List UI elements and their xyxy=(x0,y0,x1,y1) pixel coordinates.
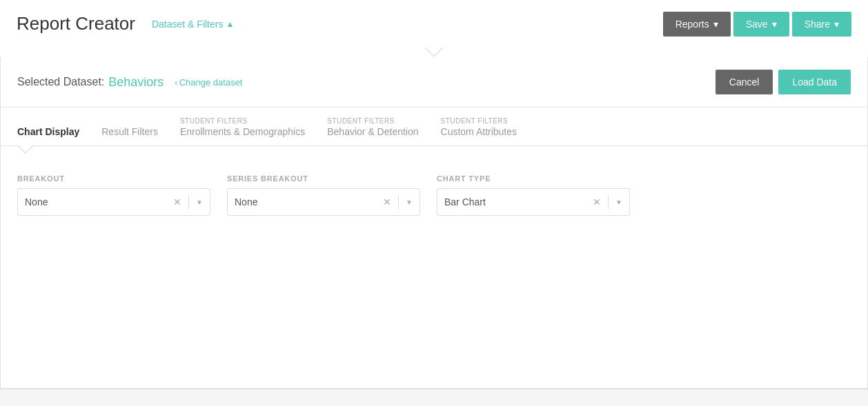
breakout-select[interactable]: None ✕ ▼ xyxy=(17,188,210,216)
series-breakout-value: None xyxy=(235,196,383,207)
chart-type-field-group: CHART TYPE Bar Chart ✕ ▼ xyxy=(437,174,630,216)
header-chevron-indicator xyxy=(424,48,444,57)
breakout-value: None xyxy=(25,196,173,207)
series-breakout-divider xyxy=(398,195,399,209)
dataset-filters-label: Dataset & Filters xyxy=(152,19,223,30)
breakout-clear-icon[interactable]: ✕ xyxy=(173,196,181,207)
top-header: Report Creator Dataset & Filters ▲ Repor… xyxy=(0,0,868,48)
dataset-name: Behaviors xyxy=(108,75,164,90)
tab-enrollments-label: Enrollments & Demographics xyxy=(180,126,305,137)
tab-chart-display-superlabel xyxy=(17,117,19,125)
tab-result-filters[interactable]: Result Filters xyxy=(101,108,175,145)
chart-type-label: CHART TYPE xyxy=(437,174,630,183)
change-dataset-chevron: ‹ xyxy=(175,77,177,88)
app-title: Report Creator xyxy=(17,13,135,34)
header-actions: Reports ▾ Save ▾ Share ▾ xyxy=(663,12,851,37)
main-panel: Selected Dataset: Behaviors ‹ Change dat… xyxy=(0,57,868,389)
breakout-label: BREAKOUT xyxy=(17,174,210,183)
series-breakout-arrow-icon[interactable]: ▼ xyxy=(406,199,413,206)
reports-label: Reports xyxy=(675,19,709,30)
breakout-arrow-icon[interactable]: ▼ xyxy=(196,199,203,206)
tab-behavior-superlabel: STUDENT FILTERS xyxy=(327,117,395,125)
tab-chevron-wrap xyxy=(1,145,867,154)
breakout-controls: ✕ ▼ xyxy=(173,195,203,209)
chart-type-clear-icon[interactable]: ✕ xyxy=(593,196,601,207)
save-chevron: ▾ xyxy=(772,19,777,30)
share-label: Share xyxy=(805,19,830,30)
tab-enrollments-superlabel: STUDENT FILTERS xyxy=(180,117,248,125)
dataset-filters-chevron: ▲ xyxy=(226,19,234,29)
chart-type-select[interactable]: Bar Chart ✕ ▼ xyxy=(437,188,630,216)
dataset-row: Selected Dataset: Behaviors ‹ Change dat… xyxy=(1,57,867,108)
save-button[interactable]: Save ▾ xyxy=(733,12,789,37)
tab-custom-label: Custom Attributes xyxy=(441,126,517,137)
reports-button[interactable]: Reports ▾ xyxy=(663,12,731,37)
series-breakout-select[interactable]: None ✕ ▼ xyxy=(227,188,420,216)
reports-chevron: ▾ xyxy=(713,19,718,30)
share-chevron: ▾ xyxy=(834,19,839,30)
tabs-row: Chart Display Result Filters STUDENT FIL… xyxy=(1,108,867,146)
change-dataset-label: Change dataset xyxy=(179,77,243,88)
tab-behavior-detention[interactable]: STUDENT FILTERS Behavior & Detention xyxy=(327,108,435,145)
tab-behavior-label: Behavior & Detention xyxy=(327,126,418,137)
tab-custom-superlabel: STUDENT FILTERS xyxy=(441,117,509,125)
cancel-button[interactable]: Cancel xyxy=(716,70,773,94)
tab-chart-display-label: Chart Display xyxy=(17,126,79,137)
selected-dataset-label: Selected Dataset: xyxy=(17,76,104,88)
dataset-filters-link[interactable]: Dataset & Filters ▲ xyxy=(152,19,234,30)
chart-type-controls: ✕ ▼ xyxy=(593,195,622,209)
series-breakout-clear-icon[interactable]: ✕ xyxy=(383,196,391,207)
content-area: BREAKOUT None ✕ ▼ SERIES BREAKOUT None ✕ xyxy=(1,154,867,388)
chart-type-arrow-icon[interactable]: ▼ xyxy=(615,199,622,206)
tab-result-filters-label: Result Filters xyxy=(101,126,158,137)
tab-custom-attributes[interactable]: STUDENT FILTERS Custom Attributes xyxy=(441,108,534,145)
series-breakout-controls: ✕ ▼ xyxy=(383,195,413,209)
share-button[interactable]: Share ▾ xyxy=(792,12,851,37)
breakout-divider xyxy=(188,195,189,209)
chart-type-value: Bar Chart xyxy=(444,196,593,207)
save-label: Save xyxy=(746,19,768,30)
change-dataset-link[interactable]: ‹ Change dataset xyxy=(175,77,242,88)
dataset-actions: Cancel Load Data xyxy=(716,70,851,94)
tab-chart-display[interactable]: Chart Display xyxy=(17,108,96,145)
breakout-field-group: BREAKOUT None ✕ ▼ xyxy=(17,174,210,216)
header-chevron-wrap xyxy=(0,48,868,57)
chart-type-divider xyxy=(608,195,609,209)
tab-chevron-indicator xyxy=(17,145,34,154)
bottom-footer xyxy=(0,389,868,406)
series-breakout-field-group: SERIES BREAKOUT None ✕ ▼ xyxy=(227,174,420,216)
fields-row: BREAKOUT None ✕ ▼ SERIES BREAKOUT None ✕ xyxy=(17,174,851,216)
tab-enrollments-demographics[interactable]: STUDENT FILTERS Enrollments & Demographi… xyxy=(180,108,322,145)
load-data-button[interactable]: Load Data xyxy=(778,70,851,94)
series-breakout-label: SERIES BREAKOUT xyxy=(227,174,420,183)
tab-result-filters-superlabel xyxy=(101,117,103,125)
